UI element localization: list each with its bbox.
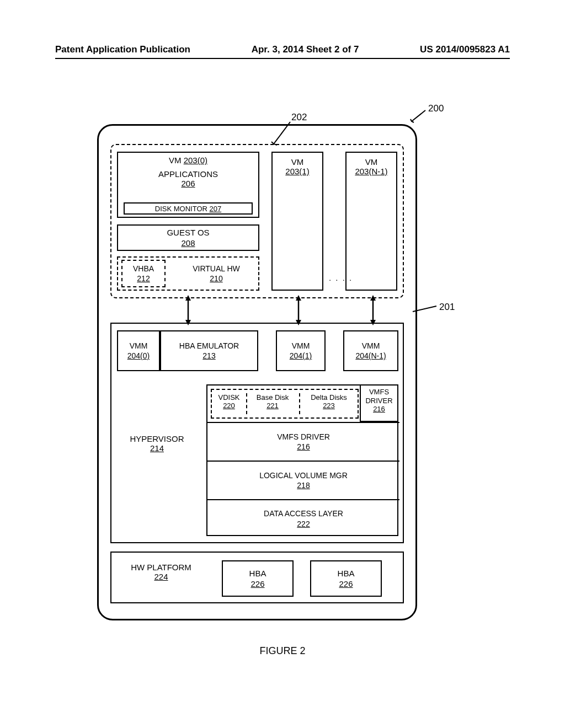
arrow-vmN-vmmN: [365, 295, 381, 325]
vhw-ref: 210: [210, 274, 222, 283]
header-rule: [55, 58, 510, 59]
basedisk-ref: 221: [266, 402, 279, 410]
vm0-dm: DISK MONITOR: [155, 205, 207, 213]
svg-marker-10: [370, 295, 376, 301]
hwplat-ref: 224: [154, 572, 168, 581]
vm1-ref: 203(1): [285, 167, 309, 176]
dal-title: DATA ACCESS LAYER: [264, 508, 343, 518]
vm0-apps: APPLICATIONS: [158, 169, 218, 179]
dal-ref: 222: [297, 519, 310, 529]
hyp-title: HYPERVISOR: [130, 434, 184, 443]
hbaemu-ref: 213: [202, 351, 215, 361]
hba1-title: HBA: [249, 568, 266, 579]
vhba-title: VHBA: [133, 264, 154, 274]
vm0-guest: GUEST OS: [167, 227, 209, 238]
hypervisor-label: HYPERVISOR 214: [111, 434, 202, 453]
svg-marker-4: [185, 295, 191, 301]
callout-202: 202: [291, 112, 307, 123]
guest-os-box: GUEST OS 208: [117, 224, 259, 251]
dal-row: DATA ACCESS LAYER 222: [207, 499, 399, 537]
vmfs-driver-row: VMFS DRIVER 216: [207, 422, 399, 461]
hba-box-1: HBA 226: [222, 560, 294, 597]
hyp-ref: 214: [150, 443, 164, 453]
vmm0-ref: 204(0): [127, 351, 150, 361]
vdisk-title: VDISK: [218, 393, 239, 402]
svg-line-1: [274, 122, 290, 144]
vm-1: VM 203(1): [271, 152, 323, 291]
diagram: 200 202 201 VM 203(0) APPLICATIONS 206: [97, 124, 417, 620]
vmN-title: VM: [365, 157, 378, 167]
lvm-row: LOGICAL VOLUME MGR 218: [207, 461, 399, 499]
svg-line-0: [412, 110, 425, 121]
deltadisks-title: Delta Disks: [311, 393, 347, 402]
arrow-vm1-vmm1: [290, 295, 307, 325]
vdisk-dashed: VDISK 220 Base Disk 221 Delta Disks 223: [211, 389, 359, 419]
vmfs-row-title: VMFS DRIVER: [277, 432, 330, 442]
vmm1-title: VMM: [292, 341, 310, 351]
vm0-dm-ref: 207: [210, 205, 222, 213]
header-center: Apr. 3, 2014 Sheet 2 of 7: [252, 44, 359, 55]
arrow-vm0-vmm0: [180, 295, 196, 325]
header-left: Patent Application Publication: [55, 44, 190, 55]
page-header: Patent Application Publication Apr. 3, 2…: [0, 44, 565, 55]
virtual-hw-label: VIRTUAL HW 210: [178, 260, 255, 287]
right-stack: VDISK 220 Base Disk 221 Delta Disks 223 …: [206, 384, 398, 536]
header-right: US 2014/0095823 A1: [420, 44, 510, 55]
vm-n: VM 203(N-1): [345, 152, 397, 291]
page: Patent Application Publication Apr. 3, 2…: [0, 0, 565, 728]
vdisk-ref: 220: [223, 402, 235, 410]
vmfs-row-ref: 216: [297, 442, 310, 452]
lvm-title: LOGICAL VOLUME MGR: [259, 470, 348, 480]
vhw-title: VIRTUAL HW: [193, 264, 240, 274]
vm0-title: VM: [169, 156, 182, 165]
svg-marker-7: [296, 295, 301, 301]
vmm-1: VMM 204(1): [276, 330, 326, 371]
svg-line-2: [413, 306, 436, 312]
vm1-title: VM: [291, 157, 304, 167]
callout-200: 200: [428, 103, 444, 114]
vhba-box: VHBA 212: [121, 260, 166, 287]
hypervisor-box: VMM 204(0) HBA EMULATOR 213 VMM 204(1) V…: [110, 323, 404, 543]
hw-platform-box: HW PLATFORM 224 HBA 226 HBA 226: [110, 552, 404, 603]
callout-201: 201: [439, 302, 455, 313]
hba2-title: HBA: [338, 568, 355, 579]
vm0-guest-ref: 208: [181, 238, 195, 249]
ellipsis: . . . .: [329, 273, 353, 282]
hbaemu-title: HBA EMULATOR: [179, 341, 239, 351]
vmfs-side-ref: 216: [373, 405, 385, 413]
vmmN-ref: 204(N-1): [355, 351, 386, 361]
vmmN-title: VMM: [362, 341, 380, 351]
vm0-title-ref: 203(0): [184, 156, 207, 165]
lvm-ref: 218: [297, 480, 310, 490]
basedisk-title: Base Disk: [257, 393, 289, 402]
vm-0: VM 203(0) APPLICATIONS 206 DISK MONITOR …: [117, 152, 259, 291]
vmm0-title: VMM: [130, 341, 148, 351]
hba-emulator-box: HBA EMULATOR 213: [160, 330, 258, 371]
vm0-apps-ref: 206: [181, 179, 195, 188]
vmfs-driver-side: VMFSDRIVER 216: [360, 386, 397, 422]
vmN-ref: 203(N-1): [355, 167, 387, 176]
hw-platform-label: HW PLATFORM 224: [111, 563, 211, 581]
hba2-ref: 226: [339, 579, 353, 590]
figure-caption: FIGURE 2: [0, 645, 565, 657]
vmm-n: VMM 204(N-1): [343, 330, 398, 371]
vmm-0: VMM 204(0): [117, 330, 160, 371]
hwplat-title: HW PLATFORM: [131, 563, 191, 572]
vmm1-ref: 204(1): [290, 351, 312, 361]
hba1-ref: 226: [250, 579, 264, 590]
deltadisks-ref: 223: [323, 402, 335, 410]
vhba-ref: 212: [137, 274, 150, 283]
hba-box-2: HBA 226: [310, 560, 382, 597]
disk-monitor-box: DISK MONITOR 207: [124, 202, 253, 215]
